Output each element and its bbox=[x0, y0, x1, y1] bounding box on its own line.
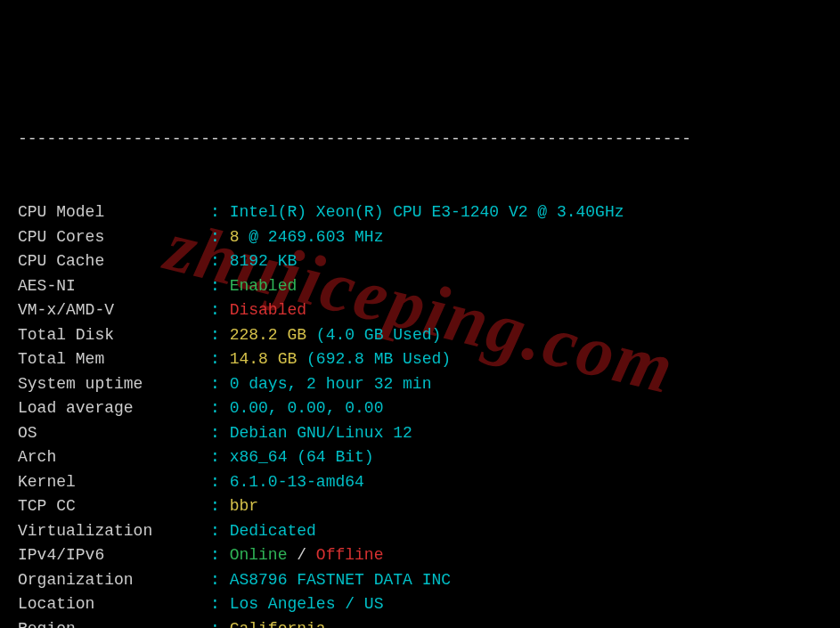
info-row: Load average : 0.00, 0.00, 0.00 bbox=[18, 396, 822, 421]
row-label: Location bbox=[18, 595, 200, 613]
row-value: Dedicated bbox=[230, 522, 316, 540]
terminal-window: zhujiceping.com ------------------------… bbox=[0, 0, 840, 628]
row-label: IPv4/IPv6 bbox=[18, 546, 200, 564]
row-value: Disabled bbox=[230, 301, 306, 319]
colon-separator: : bbox=[200, 326, 229, 344]
row-value: @ 2469.603 MHz bbox=[249, 228, 383, 246]
info-row: Location : Los Angeles / US bbox=[18, 592, 822, 617]
info-row: VM-x/AMD-V : Disabled bbox=[18, 298, 822, 323]
colon-separator: : bbox=[200, 595, 229, 613]
row-value: (692.8 MB Used) bbox=[306, 350, 451, 368]
info-row: Total Disk : 228.2 GB (4.0 GB Used) bbox=[18, 323, 822, 348]
row-value: / bbox=[287, 546, 315, 564]
info-row: TCP CC : bbr bbox=[18, 494, 822, 519]
info-row: CPU Model : Intel(R) Xeon(R) CPU E3-1240… bbox=[18, 200, 822, 225]
info-row: CPU Cores : 8 @ 2469.603 MHz bbox=[18, 225, 822, 250]
info-row: Virtualization : Dedicated bbox=[18, 519, 822, 544]
row-label: Load average bbox=[18, 399, 200, 417]
row-label: TCP CC bbox=[18, 497, 200, 515]
row-label: AES-NI bbox=[18, 277, 200, 295]
info-row: CPU Cache : 8192 KB bbox=[18, 249, 822, 274]
colon-separator: : bbox=[200, 375, 229, 393]
row-value: (4.0 GB Used) bbox=[316, 326, 441, 344]
row-label: Region bbox=[18, 620, 200, 629]
row-value: AS8796 FASTNET DATA INC bbox=[230, 571, 451, 589]
sysinfo-rows: CPU Model : Intel(R) Xeon(R) CPU E3-1240… bbox=[18, 200, 822, 628]
row-label: Arch bbox=[18, 448, 200, 466]
colon-separator: : bbox=[200, 497, 229, 515]
row-value: Intel(R) Xeon(R) CPU E3-1240 V2 @ 3.40GH… bbox=[230, 203, 624, 221]
row-value: 14.8 GB bbox=[230, 350, 306, 368]
row-value: 0 days, 2 hour 32 min bbox=[230, 375, 432, 393]
row-value: 0.00, 0.00, 0.00 bbox=[230, 399, 384, 417]
info-row: IPv4/IPv6 : Online / Offline bbox=[18, 543, 822, 568]
divider-top: ----------------------------------------… bbox=[18, 127, 822, 152]
row-value: bbr bbox=[230, 497, 258, 515]
row-label: CPU Cores bbox=[18, 228, 200, 246]
row-label: OS bbox=[18, 424, 200, 442]
row-label: System uptime bbox=[18, 375, 200, 393]
row-value: 6.1.0-13-amd64 bbox=[230, 473, 364, 491]
row-value: Enabled bbox=[230, 277, 298, 295]
info-row: Arch : x86_64 (64 Bit) bbox=[18, 445, 822, 470]
row-label: Total Mem bbox=[18, 350, 200, 368]
colon-separator: : bbox=[200, 203, 229, 221]
colon-separator: : bbox=[200, 424, 229, 442]
colon-separator: : bbox=[200, 228, 229, 246]
colon-separator: : bbox=[200, 350, 229, 368]
row-label: Virtualization bbox=[18, 522, 200, 540]
row-value: Online bbox=[230, 546, 288, 564]
colon-separator: : bbox=[200, 301, 229, 319]
info-row: System uptime : 0 days, 2 hour 32 min bbox=[18, 372, 822, 397]
info-row: Region : California bbox=[18, 617, 822, 629]
row-value: Debian GNU/Linux 12 bbox=[230, 424, 412, 442]
info-row: Kernel : 6.1.0-13-amd64 bbox=[18, 470, 822, 495]
info-row: Total Mem : 14.8 GB (692.8 MB Used) bbox=[18, 347, 822, 372]
row-value: Offline bbox=[316, 546, 384, 564]
row-value: 228.2 GB bbox=[230, 326, 316, 344]
info-row: Organization : AS8796 FASTNET DATA INC bbox=[18, 568, 822, 593]
info-row: OS : Debian GNU/Linux 12 bbox=[18, 421, 822, 446]
colon-separator: : bbox=[200, 522, 229, 540]
row-label: VM-x/AMD-V bbox=[18, 301, 200, 319]
terminal-content: ----------------------------------------… bbox=[18, 78, 822, 629]
row-label: Organization bbox=[18, 571, 200, 589]
row-value: 8192 KB bbox=[230, 252, 298, 270]
row-value: 8 bbox=[230, 228, 249, 246]
row-value: Los Angeles / US bbox=[230, 595, 384, 613]
colon-separator: : bbox=[200, 252, 229, 270]
colon-separator: : bbox=[200, 277, 229, 295]
colon-separator: : bbox=[200, 620, 229, 629]
info-row: AES-NI : Enabled bbox=[18, 274, 822, 299]
row-value: x86_64 (64 Bit) bbox=[230, 448, 374, 466]
row-label: CPU Cache bbox=[18, 252, 200, 270]
row-label: Total Disk bbox=[18, 326, 200, 344]
row-value: California bbox=[230, 620, 326, 629]
colon-separator: : bbox=[200, 571, 229, 589]
row-label: CPU Model bbox=[18, 203, 200, 221]
colon-separator: : bbox=[200, 399, 229, 417]
colon-separator: : bbox=[200, 473, 229, 491]
colon-separator: : bbox=[200, 546, 229, 564]
colon-separator: : bbox=[200, 448, 229, 466]
row-label: Kernel bbox=[18, 473, 200, 491]
